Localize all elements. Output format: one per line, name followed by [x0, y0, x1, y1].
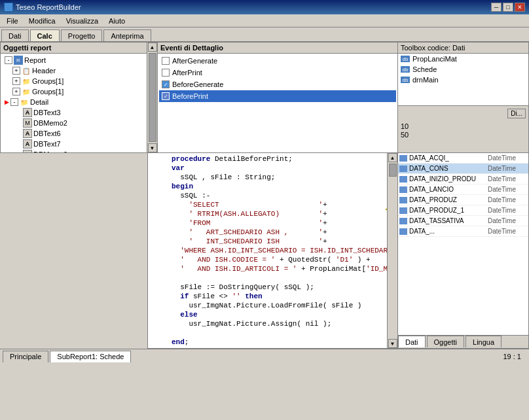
- checkbox-beforeprint[interactable]: ✓: [162, 92, 170, 100]
- editor-scroll-up[interactable]: ▲: [388, 153, 397, 162]
- event-beforeprint[interactable]: ✓ BeforePrint: [159, 90, 396, 102]
- di-button[interactable]: Di...: [507, 109, 526, 118]
- dataacqi-name: DATA_ACQI_: [409, 154, 488, 162]
- tab-calc[interactable]: Calc: [30, 29, 60, 41]
- expander-report[interactable]: -: [5, 56, 12, 64]
- toolbox-bottom-tabs: Dati Oggetti Lingua: [398, 335, 528, 348]
- maximize-button[interactable]: □: [503, 3, 513, 12]
- tree-item-dbtext7[interactable]: A DBText7: [2, 139, 145, 149]
- menu-aiuto[interactable]: Aiuto: [103, 14, 130, 27]
- data-row-datamore[interactable]: DATA_... DateTime: [398, 226, 528, 237]
- dataproduz1-type: DateTime: [488, 207, 527, 214]
- dataacqi-type: DateTime: [488, 154, 527, 162]
- event-beforegenerate[interactable]: ✓ BeforeGenerate: [159, 79, 396, 90]
- datacons-type: DateTime: [488, 165, 527, 172]
- objects-panel: Oggetti report - R Report + 📋 Header + 📁…: [0, 42, 147, 153]
- tree-label-header: Header: [32, 67, 56, 75]
- tree-item-dbmemo2[interactable]: M DBMemo2: [2, 118, 145, 128]
- tree-item-groups1[interactable]: + 📁 Groups[1]: [2, 76, 145, 86]
- event-label-afterprint: AfterPrint: [172, 69, 202, 77]
- close-button[interactable]: ✕: [515, 3, 525, 12]
- code-editor[interactable]: Scrivere il seguente codice.SostituireQu…: [147, 153, 388, 349]
- toolbox-item-proplancmat[interactable]: db PropLanciMat: [398, 54, 528, 64]
- tree-label-dbtext6: DBText6: [33, 130, 61, 137]
- menu-modifica[interactable]: Modifica: [24, 14, 61, 27]
- data-row-dataproduz[interactable]: DATA_PRODUZ DateTime: [398, 195, 528, 205]
- data-row-datainizio[interactable]: DATA_INIZIO_PRODU DateTime: [398, 174, 528, 184]
- datalancio-icon: [399, 186, 407, 193]
- drnmain-icon: db: [401, 77, 410, 83]
- datatassativa-type: DateTime: [488, 217, 527, 224]
- toolbox-label-schede: Schede: [412, 65, 437, 73]
- tree-scrollbar[interactable]: ▲ ▼: [147, 42, 158, 153]
- event-aftergenerate[interactable]: AfterGenerate: [159, 55, 396, 67]
- tree-item-dbmemo6[interactable]: M DBMemo6: [2, 149, 145, 152]
- dbtext7-icon: A: [23, 139, 32, 149]
- tab-anteprima[interactable]: Anteprima: [103, 29, 151, 41]
- data-row-dataproduz1[interactable]: DATA_PRODUZ_1 DateTime: [398, 205, 528, 216]
- data-row-datatassativa[interactable]: DATA_TASSATIVA DateTime: [398, 216, 528, 226]
- tree-label-dbmemo2: DBMemo2: [33, 119, 67, 127]
- expander-header[interactable]: +: [12, 67, 20, 75]
- editor-scrollbar[interactable]: ▲ ▼: [388, 153, 398, 349]
- expander-groups2[interactable]: +: [12, 88, 20, 96]
- editor-scroll-down[interactable]: ▼: [388, 339, 397, 348]
- tree-item-report[interactable]: - R Report: [2, 55, 145, 65]
- number-50: 50: [401, 131, 526, 139]
- toolbox-tree: db PropLanciMat db Schede db drnMain: [398, 54, 528, 106]
- datainizio-icon: [399, 176, 407, 183]
- tree-item-dbtext6[interactable]: A DBText6: [2, 128, 145, 139]
- minimize-button[interactable]: ─: [491, 3, 502, 12]
- editor-scroll-thumb[interactable]: [389, 164, 397, 177]
- toolbox-tab-oggetti[interactable]: Oggetti: [427, 336, 464, 347]
- expander-detail[interactable]: -: [10, 98, 18, 106]
- checkbox-afterprint[interactable]: [162, 69, 170, 77]
- events-panel: Eventi di Dettaglio AfterGenerate AfterP…: [158, 42, 398, 153]
- toolbox-tab-dati[interactable]: Dati: [398, 336, 426, 347]
- toolbox-header: Toolbox codice: Dati: [398, 43, 528, 54]
- data-list[interactable]: DATA_ACQI_ DateTime DATA_CONS DateTime D…: [398, 153, 528, 335]
- data-row-dataacqi[interactable]: DATA_ACQI_ DateTime: [398, 153, 528, 164]
- header-icon: 📋: [22, 66, 31, 75]
- toolbox-data: DATA_ACQI_ DateTime DATA_CONS DateTime D…: [398, 153, 529, 349]
- tab-dati[interactable]: Dati: [1, 29, 29, 41]
- event-label-aftergenerate: AfterGenerate: [172, 57, 217, 65]
- footer-tab-principale[interactable]: Principale: [3, 351, 48, 362]
- toolbar-tabs: Dati Calc Progetto Anteprima: [0, 27, 529, 42]
- checkbox-aftergenerate[interactable]: [162, 57, 170, 65]
- toolbox-item-drnmain[interactable]: db drnMain: [398, 75, 528, 85]
- tree-area[interactable]: - R Report + 📋 Header + 📁 Groups[1] + 📁: [1, 54, 147, 152]
- status-line: 19 : 1: [498, 353, 526, 360]
- titlebar-buttons: ─ □ ✕: [491, 3, 525, 12]
- footer: Principale SubReport1: Schede 19 : 1: [0, 349, 529, 363]
- scroll-down-arrow[interactable]: ▼: [148, 143, 157, 152]
- data-row-datacons[interactable]: DATA_CONS DateTime: [398, 164, 528, 174]
- toolbox-item-schede[interactable]: db Schede: [398, 64, 528, 75]
- events-panel-header: Eventi di Dettaglio: [158, 43, 397, 54]
- code-content[interactable]: procedure DetailBeforePrint; var sSQL , …: [169, 153, 387, 348]
- events-list: AfterGenerate AfterPrint ✓ BeforeGenerat…: [158, 54, 397, 103]
- scroll-thumb[interactable]: [149, 53, 156, 142]
- toolbox-top: Toolbox codice: Dati db PropLanciMat db …: [398, 42, 529, 153]
- datainizio-name: DATA_INIZIO_PRODU: [409, 175, 488, 183]
- menu-file[interactable]: File: [1, 14, 24, 27]
- tree-item-dbtext3[interactable]: A DBText3: [2, 107, 145, 118]
- datainizio-type: DateTime: [488, 175, 527, 183]
- tree-item-groups2[interactable]: + 📁 Groups[1]: [2, 86, 145, 97]
- schede-icon: db: [401, 66, 410, 73]
- checkbox-beforegenerate[interactable]: ✓: [162, 80, 170, 88]
- footer-tab-subreport[interactable]: SubReport1: Schede: [50, 351, 131, 362]
- tree-item-detail[interactable]: ▶ - 📁 Detail: [2, 97, 145, 107]
- tab-progetto[interactable]: Progetto: [61, 29, 103, 41]
- dataproduz-type: DateTime: [488, 196, 527, 203]
- datamore-type: DateTime: [488, 228, 527, 235]
- data-row-datalancio[interactable]: DATA_LANCIO DateTime: [398, 184, 528, 195]
- scroll-up-arrow[interactable]: ▲: [148, 43, 157, 52]
- dbmemo2-icon: M: [23, 118, 32, 128]
- menu-visualizza[interactable]: Visualizza: [61, 14, 103, 27]
- toolbox-tab-lingua[interactable]: Lingua: [465, 336, 502, 347]
- event-afterprint[interactable]: AfterPrint: [159, 67, 396, 79]
- toolbox-label-proplancimat: PropLanciMat: [412, 55, 457, 63]
- expander-groups1[interactable]: +: [12, 77, 20, 85]
- tree-item-header[interactable]: + 📋 Header: [2, 65, 145, 76]
